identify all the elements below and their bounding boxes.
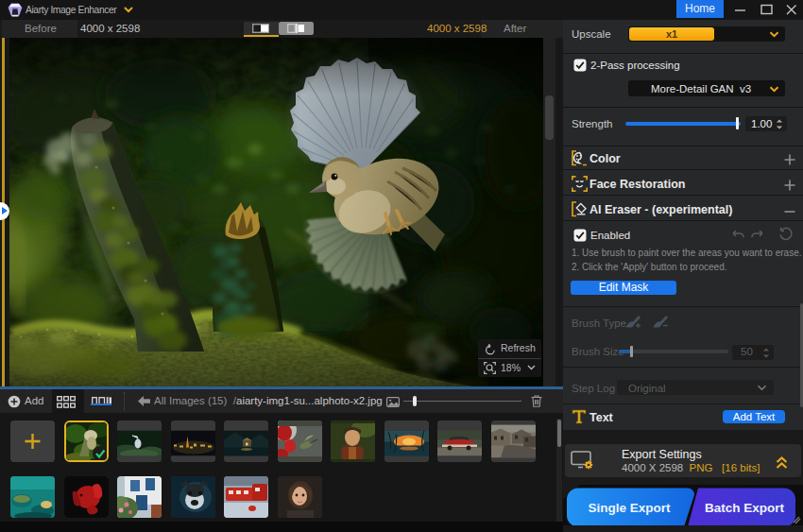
svg-text:Batch Export: Batch Export — [705, 501, 785, 515]
svg-text:Single Export: Single Export — [588, 501, 671, 515]
